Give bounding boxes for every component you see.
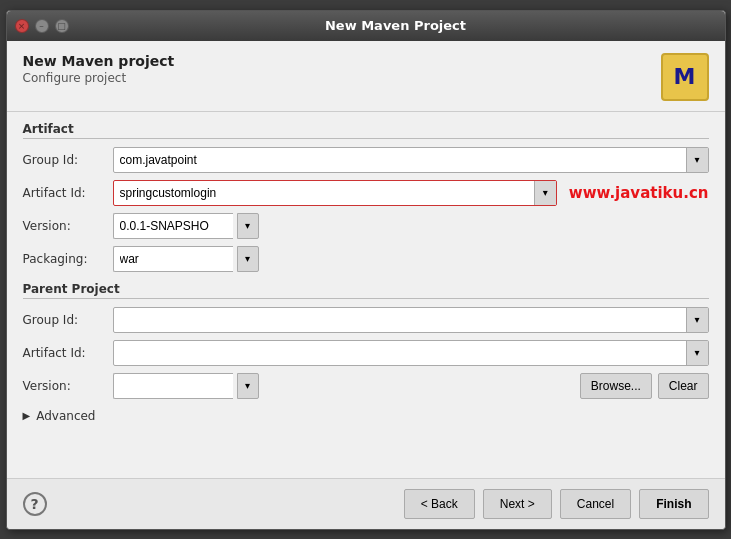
parent-version-input[interactable] [113,373,233,399]
artifact-version-dropdown-arrow[interactable]: ▾ [237,213,259,239]
close-button[interactable]: × [15,19,29,33]
artifact-version-label: Version: [23,219,113,233]
artifact-packaging-control: ▾ [113,246,259,272]
parent-artifact-id-input[interactable] [114,341,686,365]
parent-version-input-group: ▾ [113,373,259,399]
parent-version-row: Version: ▾ Browse... Clear [23,373,709,399]
artifact-group-id-field[interactable]: ▾ [113,147,709,173]
window-title: New Maven Project [75,18,717,33]
artifact-packaging-dropdown-arrow[interactable]: ▾ [237,246,259,272]
artifact-section-title: Artifact [23,122,709,139]
parent-group-id-input[interactable] [114,308,686,332]
parent-group-id-row: Group Id: ▾ [23,307,709,333]
parent-artifact-id-label: Artifact Id: [23,346,113,360]
artifact-group-id-row: Group Id: ▾ [23,147,709,173]
dialog-header: New Maven project Configure project M [7,41,725,112]
parent-artifact-id-row: Artifact Id: ▾ [23,340,709,366]
artifact-packaging-row: Packaging: ▾ [23,246,709,272]
artifact-artifact-id-row: Artifact Id: ▾ www.javatiku.cn [23,180,709,206]
parent-version-dropdown-arrow[interactable]: ▾ [237,373,259,399]
advanced-label: Advanced [36,409,95,423]
clear-button[interactable]: Clear [658,373,709,399]
browse-button[interactable]: Browse... [580,373,652,399]
artifact-version-row: Version: ▾ [23,213,709,239]
advanced-triangle-icon: ▶ [23,410,31,421]
artifact-group-id-dropdown-arrow[interactable]: ▾ [686,148,708,172]
cancel-button[interactable]: Cancel [560,489,631,519]
dialog-footer: ? < Back Next > Cancel Finish [7,478,725,529]
parent-group-id-field[interactable]: ▾ [113,307,709,333]
back-button[interactable]: < Back [404,489,475,519]
artifact-group-id-label: Group Id: [23,153,113,167]
artifact-artifact-id-input[interactable] [114,181,534,205]
parent-section-title: Parent Project [23,282,709,299]
minimize-button[interactable]: – [35,19,49,33]
parent-artifact-id-field[interactable]: ▾ [113,340,709,366]
help-button[interactable]: ? [23,492,47,516]
dialog-content: Artifact Group Id: ▾ Artifact Id: ▾ www.… [7,112,725,478]
parent-group-id-dropdown-arrow[interactable]: ▾ [686,308,708,332]
finish-button[interactable]: Finish [639,489,708,519]
main-window: × – □ New Maven Project New Maven projec… [6,10,726,530]
parent-group-id-label: Group Id: [23,313,113,327]
watermark-text: www.javatiku.cn [569,184,709,202]
artifact-artifact-id-dropdown-arrow[interactable]: ▾ [534,181,556,205]
maven-icon: M [661,53,709,101]
artifact-packaging-label: Packaging: [23,252,113,266]
titlebar: × – □ New Maven Project [7,11,725,41]
artifact-version-control: ▾ [113,213,259,239]
header-subtitle: Configure project [23,71,661,85]
parent-artifact-id-dropdown-arrow[interactable]: ▾ [686,341,708,365]
artifact-group-id-input[interactable] [114,148,686,172]
advanced-row[interactable]: ▶ Advanced [23,409,709,423]
parent-version-label: Version: [23,379,113,393]
artifact-packaging-input[interactable] [113,246,233,272]
artifact-artifact-id-label: Artifact Id: [23,186,113,200]
artifact-version-input[interactable] [113,213,233,239]
next-button[interactable]: Next > [483,489,552,519]
maximize-button[interactable]: □ [55,19,69,33]
header-title: New Maven project [23,53,661,69]
artifact-artifact-id-field[interactable]: ▾ [113,180,557,206]
header-text: New Maven project Configure project [23,53,661,85]
parent-version-control: ▾ Browse... Clear [113,373,709,399]
parent-section: Parent Project Group Id: ▾ Artifact Id: … [23,282,709,399]
